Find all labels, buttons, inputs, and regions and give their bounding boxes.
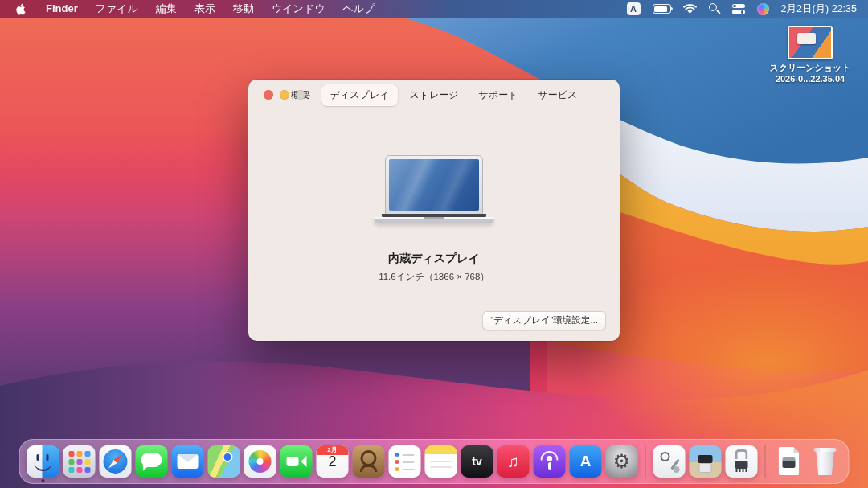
tab-storage[interactable]: ストレージ [400, 84, 467, 106]
dock-item-music: ♫ [497, 445, 530, 478]
dock-item-diagnostics [653, 445, 686, 478]
laptop-base [374, 217, 494, 223]
screenshot-file-label-line2: 2026-0...22.35.04 [769, 74, 850, 85]
mail-icon[interactable] [172, 445, 204, 478]
menu-bar: Finderファイル編集表示移動ウインドウヘルプ A 2月2日(月) 22:35 [0, 0, 868, 18]
laptop-screen [385, 155, 483, 215]
menu-item-window[interactable]: ウインドウ [263, 2, 334, 14]
tab-bar: 概要ディスプレイストレージサポートサービス [282, 84, 587, 106]
tab-display[interactable]: ディスプレイ [321, 84, 399, 106]
maps-icon[interactable] [208, 445, 240, 478]
battery-icon[interactable] [653, 4, 671, 14]
notes-icon[interactable] [425, 445, 457, 478]
facetime-glyph [287, 457, 299, 466]
search-icon[interactable] [709, 3, 720, 14]
close-button[interactable] [264, 90, 273, 100]
display-preferences-button[interactable]: “ディスプレイ”環境設定... [482, 311, 606, 330]
dock: 2月2tv♫A⚙ [19, 439, 850, 484]
laptop-screen-wallpaper [389, 159, 479, 211]
appstore-glyph: A [580, 453, 592, 470]
screenshot-file-label-line1: スクリーンショット [769, 63, 850, 74]
zoom-button[interactable] [296, 90, 305, 100]
dock-item-dmg [773, 445, 805, 478]
safari-icon[interactable] [100, 445, 132, 478]
display-name: 内蔵ディスプレイ [248, 252, 620, 266]
dock-item-appstore: A [570, 445, 602, 478]
appletv-icon[interactable]: tv [461, 445, 493, 478]
contacts-glyph [361, 450, 377, 466]
dock-item-reminders [389, 445, 421, 478]
trash-glyph [815, 449, 836, 475]
dock-divider [765, 445, 766, 478]
podcasts-icon[interactable] [534, 445, 566, 478]
calendar-icon[interactable]: 2月2 [317, 445, 349, 478]
dock-item-safari [100, 445, 132, 478]
imaging-icon[interactable] [690, 445, 722, 478]
facetime-icon[interactable] [280, 445, 313, 478]
dock-item-sysprefs: ⚙ [606, 445, 638, 478]
calendar-day-label: 2 [317, 453, 349, 470]
menu-item-view[interactable]: 表示 [186, 2, 224, 14]
traffic-lights [264, 90, 305, 100]
dmg-glyph [783, 457, 796, 468]
appletv-glyph: tv [472, 455, 481, 468]
diagnostics-icon[interactable] [653, 445, 686, 478]
menu-item-app[interactable]: Finder [37, 2, 87, 14]
window-content: 内蔵ディスプレイ 11.6インチ（1366 × 768） “ディスプレイ”環境設… [248, 110, 620, 341]
screenshot-thumbnail-icon [788, 26, 833, 59]
launchpad-glyph [69, 451, 75, 457]
calendar-month-label: 2月 [317, 446, 349, 454]
menu-item-go[interactable]: 移動 [224, 2, 263, 14]
diagnostics-glyph [661, 452, 670, 461]
dock-item-launchpad [63, 445, 96, 478]
dock-item-mail [172, 445, 204, 478]
screenshot-thumbnail-image [789, 27, 831, 58]
window-titlebar: 概要ディスプレイストレージサポートサービス [248, 80, 620, 110]
desktop-screenshot-file[interactable]: スクリーンショット 2026-0...22.35.04 [768, 26, 852, 85]
about-this-mac-window: 概要ディスプレイストレージサポートサービス 内蔵ディスプレイ 11.6インチ（1… [248, 80, 620, 341]
hardware-icon[interactable] [726, 445, 758, 478]
sysprefs-glyph: ⚙ [613, 452, 631, 471]
photos-glyph [249, 450, 272, 473]
contacts-icon[interactable] [353, 445, 385, 478]
menu-item-edit[interactable]: 編集 [147, 2, 186, 14]
dock-item-photos [244, 445, 276, 478]
finder-icon[interactable] [27, 445, 59, 478]
minimize-button[interactable] [280, 90, 289, 100]
control-center-icon[interactable] [732, 4, 745, 14]
messages-glyph [141, 453, 162, 467]
dock-item-messages [136, 445, 168, 478]
dock-item-hardware [726, 445, 758, 478]
photos-icon[interactable] [244, 445, 276, 478]
menu-item-file[interactable]: ファイル [87, 2, 147, 14]
sysprefs-icon[interactable]: ⚙ [606, 445, 638, 478]
appstore-icon[interactable]: A [570, 445, 602, 478]
music-icon[interactable]: ♫ [497, 445, 530, 478]
hardware-glyph [735, 461, 748, 469]
menu-bar-left: Finderファイル編集表示移動ウインドウヘルプ [0, 0, 383, 18]
dock-item-notes [425, 445, 457, 478]
menu-bar-items: Finderファイル編集表示移動ウインドウヘルプ [37, 0, 383, 18]
siri-icon[interactable] [757, 3, 769, 15]
finder-glyph [35, 462, 52, 471]
tab-service[interactable]: サービス [529, 84, 586, 106]
tab-support[interactable]: サポート [470, 84, 527, 106]
screenshot-file-label: スクリーンショット 2026-0...22.35.04 [769, 63, 850, 85]
dock-item-trash [809, 445, 841, 478]
dock-item-podcasts [534, 445, 566, 478]
trash-icon[interactable] [809, 445, 841, 478]
menu-bar-status: A 2月2日(月) 22:35 [627, 0, 868, 18]
input-source-icon[interactable]: A [627, 2, 641, 15]
menu-item-help[interactable]: ヘルプ [334, 2, 383, 14]
podcasts-glyph [547, 456, 552, 461]
messages-icon[interactable] [136, 445, 168, 478]
reminders-icon[interactable] [389, 445, 421, 478]
dmg-icon[interactable] [773, 445, 805, 478]
wifi-icon[interactable] [683, 4, 697, 14]
launchpad-icon[interactable] [63, 445, 96, 478]
mail-glyph [178, 454, 199, 469]
dock-item-calendar: 2月2 [317, 445, 349, 478]
apple-menu-icon[interactable] [0, 3, 37, 15]
dock-item-maps [208, 445, 240, 478]
menu-bar-clock[interactable]: 2月2日(月) 22:35 [781, 2, 857, 16]
